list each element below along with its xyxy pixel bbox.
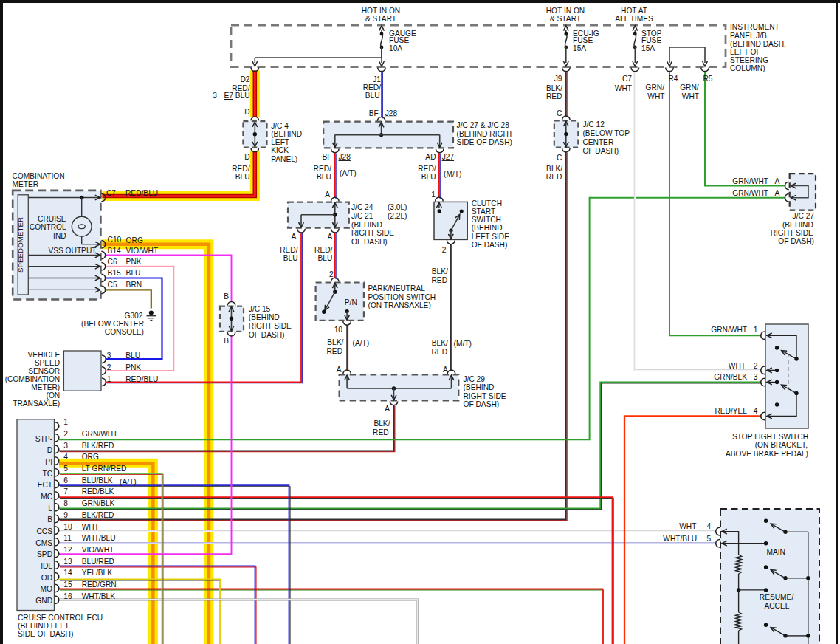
svg-text:ORG: ORG <box>126 236 143 244</box>
svg-text:L: L <box>48 504 52 513</box>
svg-text:J9: J9 <box>554 75 562 83</box>
svg-text:BLK/RED: BLK/RED <box>82 511 114 519</box>
svg-text:15A: 15A <box>573 44 586 52</box>
svg-text:SPEEDOMETER: SPEEDOMETER <box>16 217 24 273</box>
svg-text:PARK/NEUTRAL: PARK/NEUTRAL <box>368 284 426 292</box>
svg-text:ALL TIMES: ALL TIMES <box>615 15 653 23</box>
svg-text:J/C 12: J/C 12 <box>582 120 605 129</box>
svg-text:ABOVE BRAKE PEDAL): ABOVE BRAKE PEDAL) <box>726 450 808 458</box>
svg-text:(BEHIND LEFT: (BEHIND LEFT <box>18 622 69 630</box>
svg-text:GRN/: GRN/ <box>680 83 699 92</box>
svg-text:SPEED: SPEED <box>35 359 61 367</box>
svg-text:RED/BLU: RED/BLU <box>125 189 158 197</box>
svg-text:LEFT: LEFT <box>271 138 289 146</box>
svg-text:STEERING: STEERING <box>730 56 768 64</box>
svg-text:J/C 15: J/C 15 <box>249 305 271 313</box>
svg-text:P/N: P/N <box>345 298 357 306</box>
svg-text:(BEHIND: (BEHIND <box>464 383 495 391</box>
svg-text:1: 1 <box>431 191 436 199</box>
svg-text:WHT: WHT <box>82 523 99 531</box>
svg-text:2: 2 <box>442 246 447 254</box>
svg-text:A: A <box>443 366 448 374</box>
svg-text:BLU: BLU <box>365 92 380 100</box>
svg-text:A: A <box>337 366 342 374</box>
svg-text:TRANSAXLE): TRANSAXLE) <box>13 400 60 408</box>
svg-text:ECT: ECT <box>38 481 52 489</box>
svg-text:SENSOR: SENSOR <box>28 367 60 375</box>
svg-text:HOT IN ON: HOT IN ON <box>362 7 400 15</box>
svg-text:BLK/: BLK/ <box>432 267 448 275</box>
svg-text:CCS: CCS <box>36 527 52 535</box>
svg-text:4: 4 <box>707 522 712 530</box>
svg-text:RED/: RED/ <box>363 83 382 92</box>
svg-text:A: A <box>385 405 390 413</box>
svg-text:RED/: RED/ <box>418 165 436 173</box>
svg-text:D2: D2 <box>240 75 249 83</box>
svg-text:GRN/WHT: GRN/WHT <box>732 177 768 185</box>
svg-text:(ON TRANSAXLE): (ON TRANSAXLE) <box>368 301 431 309</box>
svg-text:OF DASH): OF DASH) <box>582 147 619 155</box>
svg-text:3: 3 <box>754 373 758 381</box>
svg-text:RESUME/: RESUME/ <box>760 593 794 601</box>
svg-text:BLU: BLU <box>318 254 333 262</box>
svg-text:14: 14 <box>63 569 72 577</box>
svg-text:10: 10 <box>63 523 72 531</box>
svg-text:A: A <box>325 191 330 199</box>
svg-text:(COMBINATION: (COMBINATION <box>5 375 61 383</box>
svg-text:LT GRN/RED: LT GRN/RED <box>82 465 127 473</box>
svg-text:PNK: PNK <box>126 258 142 266</box>
svg-text:6: 6 <box>63 476 68 484</box>
svg-text:A: A <box>328 233 333 241</box>
svg-text:2: 2 <box>329 270 334 278</box>
svg-text:3: 3 <box>107 352 111 360</box>
svg-text:D: D <box>47 446 52 454</box>
svg-text:CONSOLE): CONSOLE) <box>105 328 144 336</box>
svg-text:AD: AD <box>425 153 436 161</box>
svg-text:RIGHT SIDE: RIGHT SIDE <box>464 392 506 400</box>
svg-text:J/C 29: J/C 29 <box>464 375 486 383</box>
svg-text:BLK/: BLK/ <box>327 338 343 346</box>
svg-text:A: A <box>291 233 296 241</box>
svg-text:MO: MO <box>41 585 52 593</box>
svg-text:RED/: RED/ <box>232 84 250 92</box>
svg-text:CLUTCH: CLUTCH <box>472 199 502 208</box>
svg-text:STOP LIGHT SWITCH: STOP LIGHT SWITCH <box>732 433 808 441</box>
svg-text:RED: RED <box>373 428 389 436</box>
svg-text:2: 2 <box>754 362 758 370</box>
svg-text:3: 3 <box>213 92 217 100</box>
svg-text:RED/GRN: RED/GRN <box>82 580 117 589</box>
svg-text:C: C <box>557 109 562 117</box>
svg-text:PI: PI <box>45 458 52 466</box>
svg-text:(2.2L): (2.2L) <box>388 212 407 220</box>
svg-text:BF: BF <box>369 109 379 117</box>
svg-text:1: 1 <box>107 375 111 383</box>
svg-text:LEFT OF: LEFT OF <box>730 48 761 56</box>
svg-text:B14: B14 <box>108 247 121 255</box>
svg-text:(ON BRACKET,: (ON BRACKET, <box>755 441 808 449</box>
svg-text:11: 11 <box>63 534 72 542</box>
svg-text:A: A <box>775 189 780 197</box>
svg-text:12: 12 <box>63 546 72 554</box>
svg-text:7: 7 <box>63 487 68 496</box>
svg-text:RIGHT SIDE: RIGHT SIDE <box>249 322 292 330</box>
svg-text:A: A <box>775 177 780 185</box>
svg-text:BLU: BLU <box>235 92 250 100</box>
svg-text:B15: B15 <box>108 269 121 277</box>
svg-text:SIDE OF DASH): SIDE OF DASH) <box>18 630 73 638</box>
svg-text:RED: RED <box>431 348 447 356</box>
svg-text:GND: GND <box>35 597 52 605</box>
svg-text:C: C <box>557 154 562 162</box>
svg-text:B: B <box>224 337 229 345</box>
svg-text:J/C 27: J/C 27 <box>793 212 815 220</box>
svg-text:BRN: BRN <box>126 281 142 289</box>
svg-text:PNK: PNK <box>125 363 141 371</box>
svg-text:RED: RED <box>546 92 562 100</box>
svg-text:5: 5 <box>707 535 712 543</box>
svg-text:4: 4 <box>63 453 68 461</box>
svg-text:BLU/BLK: BLU/BLK <box>82 476 113 484</box>
svg-text:C10: C10 <box>108 236 122 244</box>
svg-text:(ON: (ON <box>47 391 61 400</box>
svg-text:RED: RED <box>326 347 342 355</box>
svg-text:BLK/: BLK/ <box>546 165 562 173</box>
svg-text:OF DASH): OF DASH) <box>778 237 814 245</box>
